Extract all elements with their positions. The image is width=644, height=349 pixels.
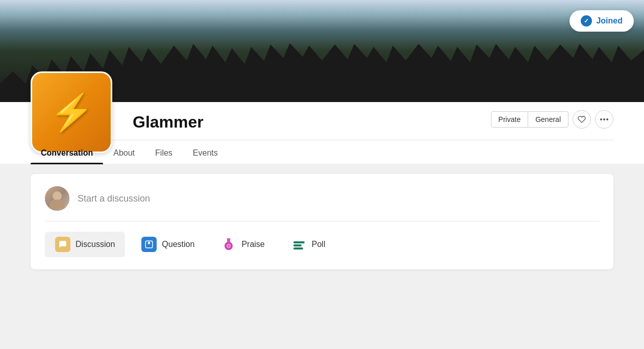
poll-type-button[interactable]: Poll: [281, 232, 336, 257]
start-discussion-placeholder[interactable]: Start a discussion: [78, 193, 599, 204]
medal-icon: [221, 237, 236, 252]
content-area: Start a discussion Discussion: [0, 164, 644, 280]
question-type-button[interactable]: Question: [131, 232, 205, 257]
discussion-type-label: Discussion: [76, 240, 115, 249]
tab-files[interactable]: Files: [145, 142, 183, 164]
discussion-type-button[interactable]: Discussion: [45, 232, 125, 257]
post-types: Discussion Question: [45, 232, 599, 257]
more-options-button[interactable]: [595, 110, 613, 129]
tabs-bar: Conversation About Files Events: [31, 140, 613, 164]
more-options-icon: [600, 118, 608, 120]
svg-rect-11: [293, 247, 303, 250]
favorite-button[interactable]: [573, 110, 591, 129]
svg-point-1: [603, 118, 605, 120]
tab-events[interactable]: Events: [183, 142, 228, 164]
privacy-label: Private: [491, 112, 528, 127]
chat-icon: [58, 240, 67, 249]
praise-type-button[interactable]: Praise: [211, 232, 275, 257]
group-avatar-area: ⚡: [31, 71, 112, 153]
joined-check-icon: ✓: [581, 15, 592, 27]
svg-rect-7: [227, 238, 230, 242]
group-name: Glammer: [133, 113, 204, 132]
svg-rect-9: [293, 241, 305, 243]
tab-conversation[interactable]: Conversation: [31, 142, 103, 164]
profile-header: Glammer Private General: [133, 102, 613, 140]
praise-type-icon: [221, 237, 236, 252]
heart-icon: [578, 115, 586, 123]
type-label: General: [528, 112, 568, 127]
poll-type-label: Poll: [312, 240, 326, 249]
question-icon: [144, 240, 154, 249]
profile-section: ⚡ Glammer Private General: [0, 102, 644, 164]
joined-button[interactable]: ✓ Joined: [569, 10, 634, 32]
praise-type-label: Praise: [241, 240, 264, 249]
poll-type-icon: [291, 237, 307, 252]
joined-label: Joined: [596, 16, 623, 26]
header-actions: Private General: [491, 110, 613, 134]
discussion-card: Start a discussion Discussion: [31, 174, 613, 269]
tab-about[interactable]: About: [103, 142, 145, 164]
privacy-badge: Private General: [491, 111, 568, 128]
discussion-type-icon: [55, 237, 70, 252]
start-discussion-row[interactable]: Start a discussion: [45, 186, 599, 221]
current-user-avatar: [45, 186, 69, 211]
svg-point-2: [606, 118, 608, 120]
poll-chart-icon: [292, 237, 306, 252]
group-avatar: ⚡: [31, 71, 112, 153]
lightning-bolt-icon: ⚡: [49, 94, 94, 130]
svg-point-0: [600, 118, 602, 120]
question-type-icon: [141, 237, 157, 252]
svg-rect-10: [293, 244, 302, 246]
avatar-image: [45, 186, 69, 211]
question-type-label: Question: [162, 240, 194, 249]
